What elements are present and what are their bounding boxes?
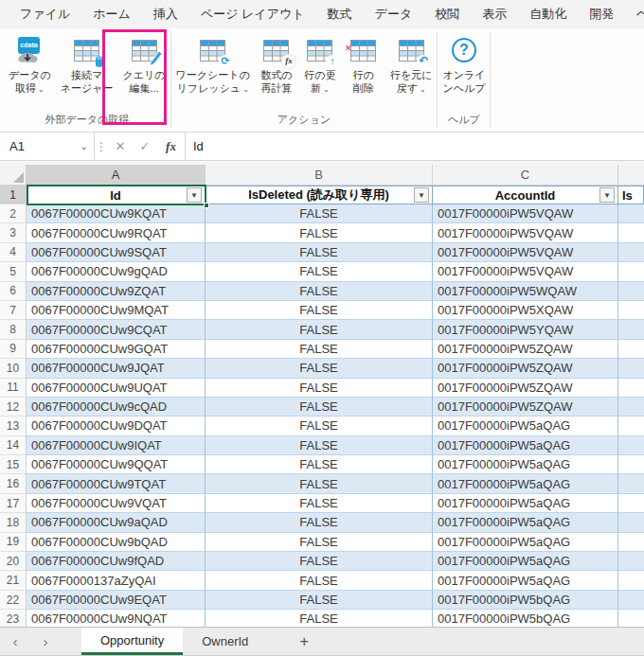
cell-partial[interactable] bbox=[618, 494, 644, 513]
cell-accountid[interactable]: 0017F00000iPW5aQAG bbox=[433, 571, 618, 590]
cell-isdeleted[interactable]: FALSE bbox=[206, 398, 433, 417]
cell-accountid[interactable]: 0017F00000iPW5aQAG bbox=[433, 552, 618, 571]
cell-accountid[interactable]: 0017F00000iPW5ZQAW bbox=[433, 359, 618, 378]
row-header-17[interactable]: 17 bbox=[0, 494, 27, 513]
cell-isdeleted[interactable]: FALSE bbox=[206, 552, 433, 571]
cell-isdeleted[interactable]: FALSE bbox=[206, 417, 433, 435]
formula-input[interactable]: Id bbox=[186, 133, 644, 160]
cell-isdeleted[interactable]: FALSE bbox=[206, 204, 433, 223]
next-sheet-button[interactable]: › bbox=[30, 628, 61, 655]
cell-partial[interactable] bbox=[618, 436, 644, 455]
menu-tab-挿入[interactable]: 挿入 bbox=[143, 0, 188, 28]
edit-query-button[interactable]: クエリの編集... bbox=[118, 32, 170, 96]
cell-accountid[interactable]: 0017F00000iPW5VQAW bbox=[433, 204, 618, 223]
row-header-3[interactable]: 3 bbox=[0, 223, 27, 242]
cell-accountid[interactable]: 0017F00000iPW5VQAW bbox=[433, 243, 618, 262]
menu-tab-ホーム[interactable]: ホーム bbox=[82, 0, 141, 28]
select-all-corner[interactable] bbox=[0, 165, 27, 186]
cell-accountid[interactable]: 0017F00000iPW5VQAW bbox=[433, 223, 618, 242]
column-header-B[interactable]: B bbox=[206, 165, 433, 186]
sheet-tab-OwnerId[interactable]: OwnerId bbox=[183, 628, 267, 655]
cell-id[interactable]: 0067F00000CUw9ZQAT bbox=[27, 282, 206, 301]
row-header-19[interactable]: 19 bbox=[0, 533, 27, 552]
row-header-14[interactable]: 14 bbox=[0, 436, 27, 455]
table-header-cell[interactable]: AccountId▼ bbox=[433, 186, 618, 204]
cell-accountid[interactable]: 0017F00000iPW5bQAG bbox=[433, 610, 618, 627]
cell-partial[interactable] bbox=[618, 417, 644, 435]
delete-rows-button[interactable]: ✕行の削除 bbox=[342, 32, 385, 96]
cell-isdeleted[interactable]: FALSE bbox=[206, 282, 433, 301]
cell-id[interactable]: 0067F00000CUw9GQAT bbox=[27, 340, 206, 359]
row-header-7[interactable]: 7 bbox=[0, 301, 27, 320]
cell-accountid[interactable]: 0017F00000iPW5WQAW bbox=[433, 282, 618, 301]
cell-isdeleted[interactable]: FALSE bbox=[206, 223, 433, 242]
menu-tab-ページ レイアウト[interactable]: ページ レイアウト bbox=[190, 0, 315, 28]
row-header-1[interactable]: 1 bbox=[0, 186, 27, 204]
cell-partial[interactable] bbox=[618, 320, 644, 339]
cell-id[interactable]: 0067F00000CUw9EQAT bbox=[27, 591, 206, 610]
cell-partial[interactable] bbox=[618, 223, 644, 242]
cell-isdeleted[interactable]: FALSE bbox=[206, 320, 433, 339]
cell-isdeleted[interactable]: FALSE bbox=[206, 591, 433, 610]
cell-partial[interactable] bbox=[618, 340, 644, 359]
menu-tab-自動化[interactable]: 自動化 bbox=[519, 0, 577, 28]
menu-tab-数式[interactable]: 数式 bbox=[317, 0, 363, 28]
row-header-6[interactable]: 6 bbox=[0, 282, 27, 301]
cell-id[interactable]: 0067F0000137aZyQAI bbox=[27, 571, 206, 590]
column-header-A[interactable]: A bbox=[27, 165, 206, 186]
cell-accountid[interactable]: 0017F00000iPW5XQAW bbox=[433, 301, 618, 320]
cell-partial[interactable] bbox=[618, 552, 644, 571]
row-header-10[interactable]: 10 bbox=[0, 359, 27, 378]
cell-isdeleted[interactable]: FALSE bbox=[206, 610, 433, 627]
cell-partial[interactable] bbox=[618, 398, 644, 417]
cell-partial[interactable] bbox=[618, 455, 644, 474]
cell-isdeleted[interactable]: FALSE bbox=[206, 243, 433, 262]
row-header-13[interactable]: 13 bbox=[0, 417, 27, 435]
menu-tab-校閲[interactable]: 校閲 bbox=[424, 0, 470, 28]
cell-isdeleted[interactable]: FALSE bbox=[206, 513, 433, 532]
cell-isdeleted[interactable]: FALSE bbox=[206, 379, 433, 398]
sheet-tab-Opportunity[interactable]: Opportunity bbox=[81, 628, 183, 655]
cell-accountid[interactable]: 0017F00000iPW5aQAG bbox=[433, 436, 618, 455]
cell-id[interactable]: 0067F00000CUw9MQAT bbox=[27, 301, 206, 320]
cancel-entry-button[interactable]: ✕ bbox=[108, 133, 133, 160]
refresh-worksheet-button[interactable]: ⟳ワークシートのリフレッシュ⌄ bbox=[171, 32, 255, 96]
row-header-16[interactable]: 16 bbox=[0, 474, 27, 493]
cell-isdeleted[interactable]: FALSE bbox=[206, 301, 433, 320]
column-header-partial[interactable] bbox=[618, 165, 644, 186]
update-rows-button[interactable]: ↑行の更新⌄ bbox=[298, 32, 342, 96]
cell-id[interactable]: 0067F00000CUw9DQAT bbox=[27, 417, 206, 435]
cell-id[interactable]: 0067F00000CUw9SQAT bbox=[27, 243, 206, 262]
cell-isdeleted[interactable]: FALSE bbox=[206, 436, 433, 455]
cell-partial[interactable] bbox=[618, 243, 644, 262]
cell-isdeleted[interactable]: FALSE bbox=[206, 455, 433, 474]
cell-id[interactable]: 0067F00000CUw9IQAT bbox=[27, 436, 206, 455]
menu-tab-表示[interactable]: 表示 bbox=[472, 0, 517, 28]
cell-isdeleted[interactable]: FALSE bbox=[206, 262, 433, 281]
cell-isdeleted[interactable]: FALSE bbox=[206, 533, 433, 552]
cell-accountid[interactable]: 0017F00000iPW5aQAG bbox=[433, 494, 618, 513]
revert-rows-button[interactable]: ↶行を元に戻す⌄ bbox=[385, 32, 438, 96]
cell-accountid[interactable]: 0017F00000iPW5aQAG bbox=[433, 513, 618, 532]
cell-accountid[interactable]: 0017F00000iPW5ZQAW bbox=[433, 340, 618, 359]
cell-id[interactable]: 0067F00000CUw9bQAD bbox=[27, 533, 206, 552]
recalculate-formulas-button[interactable]: fx数式の再計算 bbox=[255, 32, 298, 96]
cell-id[interactable]: 0067F00000CUw9UQAT bbox=[27, 379, 206, 398]
cell-partial[interactable] bbox=[618, 513, 644, 532]
table-header-cell[interactable]: IsDeleted (読み取り専用)▼ bbox=[206, 186, 433, 204]
cell-isdeleted[interactable]: FALSE bbox=[206, 571, 433, 590]
row-header-18[interactable]: 18 bbox=[0, 513, 27, 532]
row-header-12[interactable]: 12 bbox=[0, 398, 27, 417]
cell-partial[interactable] bbox=[618, 379, 644, 398]
menu-tab-データ[interactable]: データ bbox=[365, 0, 423, 28]
column-header-C[interactable]: C bbox=[433, 165, 618, 186]
cell-partial[interactable] bbox=[618, 474, 644, 493]
cell-accountid[interactable]: 0017F00000iPW5ZQAW bbox=[433, 398, 618, 417]
row-header-23[interactable]: 23 bbox=[0, 610, 27, 627]
row-header-8[interactable]: 8 bbox=[0, 320, 27, 339]
cell-accountid[interactable]: 0017F00000iPW5VQAW bbox=[433, 262, 618, 281]
table-header-cell[interactable]: Id▼ bbox=[27, 186, 206, 204]
cell-id[interactable]: 0067F00000CUw9KQAT bbox=[27, 204, 206, 223]
row-header-5[interactable]: 5 bbox=[0, 262, 27, 281]
cell-id[interactable]: 0067F00000CUw9TQAT bbox=[27, 474, 206, 493]
